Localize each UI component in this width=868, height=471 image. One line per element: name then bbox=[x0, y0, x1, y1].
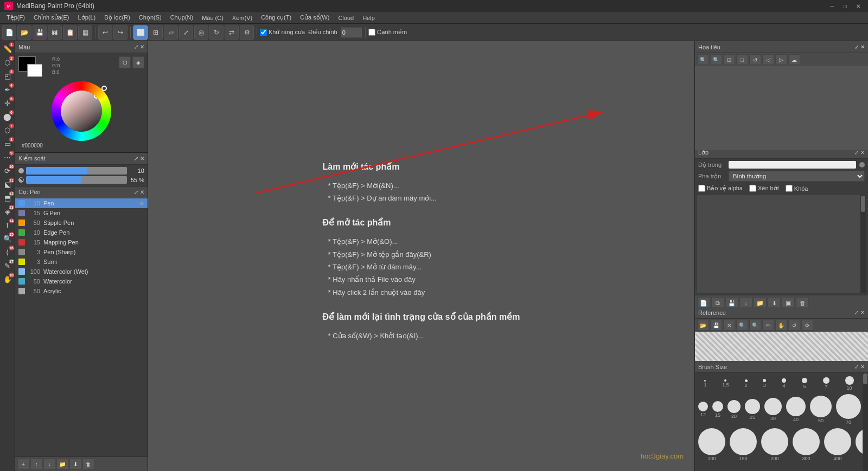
lop-scroll-thumb[interactable] bbox=[861, 196, 865, 212]
tool-bucket[interactable]: ◈ 13 bbox=[1, 205, 14, 218]
color-tool-2[interactable]: ◈ bbox=[132, 56, 144, 68]
tool-select-rect[interactable]: ▭ 8 bbox=[1, 137, 14, 150]
pen-list-item[interactable]: 3 Pen (Sharp) bbox=[15, 247, 148, 257]
brush-size-option[interactable]: 7 bbox=[823, 377, 829, 390]
canvas-area[interactable]: Làm mới tác phẩm * Tệp(&F) > Mới(&N)... … bbox=[148, 41, 694, 471]
brush-size-close[interactable]: ✕ bbox=[860, 364, 865, 370]
brush-opacity-slider[interactable] bbox=[26, 176, 127, 184]
xienbot-check[interactable] bbox=[749, 185, 756, 192]
nav-left[interactable]: ◁ bbox=[762, 54, 774, 65]
pen-list-item[interactable]: 15 Mapping Pen bbox=[15, 237, 148, 247]
pen-panel-icons[interactable]: ⤢ ✕ bbox=[134, 189, 144, 195]
edge-check[interactable] bbox=[368, 29, 375, 36]
brush-size-option[interactable]: 1 bbox=[704, 380, 706, 388]
hoa-tieu-expand[interactable]: ⤢ bbox=[854, 44, 859, 50]
pen-move-down-btn[interactable]: ↓ bbox=[43, 459, 55, 469]
lop-icons[interactable]: ⤢ ✕ bbox=[854, 150, 865, 156]
ref-close2[interactable]: ✕ bbox=[723, 320, 735, 331]
ref-hand[interactable]: ✋ bbox=[775, 320, 787, 331]
brush-size-option[interactable]: 5 bbox=[802, 378, 807, 389]
tool-gradient[interactable]: ⬕ 11 bbox=[1, 178, 14, 191]
menu-capture[interactable]: Chụp(N) bbox=[166, 13, 197, 22]
tool-hand[interactable]: ✋ 18 bbox=[1, 273, 14, 286]
nav-zoom-out[interactable]: 🔍 bbox=[697, 54, 709, 65]
color-panel-close[interactable]: ✕ bbox=[140, 44, 144, 50]
toolbar-select-rect[interactable]: ⬜ bbox=[133, 25, 148, 40]
hoa-tieu-close[interactable]: ✕ bbox=[860, 44, 865, 50]
brush-size-option[interactable]: 40 bbox=[786, 397, 806, 422]
color-panel-expand[interactable]: ⤢ bbox=[134, 44, 138, 50]
color-wheel-container[interactable] bbox=[18, 80, 144, 142]
brush-size-expand[interactable]: ⤢ bbox=[854, 364, 859, 370]
pen-folder-btn[interactable]: 📁 bbox=[56, 459, 68, 469]
tool-select-lasso[interactable]: ⋯ 9 bbox=[1, 151, 14, 164]
menu-cloud[interactable]: Cloud bbox=[334, 14, 358, 22]
color-panel-icons[interactable]: ⤢ ✕ bbox=[134, 44, 144, 50]
brush-size-option[interactable]: 10 bbox=[845, 376, 854, 391]
toolbar-save2[interactable]: 🖬 bbox=[48, 25, 62, 40]
pen-list-item[interactable]: 3 Sumi bbox=[15, 257, 148, 267]
pen-list-item[interactable]: 10 Edge Pen bbox=[15, 228, 148, 237]
blend-mode-select[interactable]: Bình thường bbox=[729, 171, 865, 182]
toolbar-new[interactable]: 📄 bbox=[2, 25, 16, 40]
menu-tools[interactable]: Công cụ(T) bbox=[257, 13, 296, 22]
brush-size-icons[interactable]: ⤢ ✕ bbox=[854, 364, 865, 370]
toolbar-stamp[interactable]: ◎ bbox=[194, 25, 208, 40]
title-bar-controls[interactable]: ─ □ ✕ bbox=[827, 2, 864, 10]
toolbar-undo-hist[interactable]: 📋 bbox=[63, 25, 77, 40]
brush-size-option[interactable]: 100 bbox=[698, 428, 725, 461]
tool-smudge[interactable]: ⬤ 6 bbox=[1, 110, 14, 123]
menu-color[interactable]: Màu (C) bbox=[197, 14, 228, 22]
menu-window[interactable]: Cửa sổ(W) bbox=[296, 13, 334, 22]
pen-panel-close[interactable]: ✕ bbox=[140, 189, 144, 195]
pen-delete-btn[interactable]: 🗑 bbox=[82, 459, 94, 469]
reference-icons[interactable]: ⤢ ✕ bbox=[854, 309, 865, 315]
opacity-slider-layer[interactable] bbox=[729, 161, 856, 169]
alpha-check[interactable] bbox=[698, 185, 705, 192]
nav-cloud[interactable]: ☁ bbox=[788, 54, 800, 65]
brush-size-option[interactable]: 200 bbox=[761, 428, 788, 461]
adjust-input[interactable] bbox=[341, 27, 362, 38]
toolbar-grid[interactable]: ▦ bbox=[78, 25, 92, 40]
menu-file[interactable]: Tệp(F) bbox=[2, 13, 29, 22]
toolbar-settings[interactable]: ⚙ bbox=[240, 25, 254, 40]
color-wheel-inner[interactable] bbox=[61, 91, 102, 132]
pen-list-item[interactable]: 50 Acrylic bbox=[15, 286, 148, 296]
brush-size-option[interactable]: 400 bbox=[824, 428, 851, 461]
toolbar-select-grid[interactable]: ⊞ bbox=[149, 25, 163, 40]
brush-size-option[interactable]: 15 bbox=[712, 401, 723, 418]
toolbar-rotate[interactable]: ↻ bbox=[209, 25, 224, 40]
tool-text[interactable]: T 14 bbox=[1, 218, 14, 231]
color-gradient[interactable] bbox=[61, 91, 102, 132]
bao-ve-alpha[interactable]: Bảo vệ alpha bbox=[698, 185, 743, 192]
tool-transform[interactable]: ⟳ 10 bbox=[1, 164, 14, 177]
brush-size-option[interactable]: 150 bbox=[730, 428, 757, 461]
ref-open[interactable]: 📂 bbox=[697, 320, 709, 331]
pen-import-btn[interactable]: ⬇ bbox=[69, 459, 81, 469]
toolbar-open[interactable]: 📂 bbox=[17, 25, 31, 40]
brush-size-option[interactable]: 4 bbox=[782, 378, 786, 389]
tool-pencil[interactable]: ✎ 17 bbox=[1, 259, 14, 272]
reference-expand[interactable]: ⤢ bbox=[854, 309, 859, 315]
pen-list-item[interactable]: 50 Stipple Pen bbox=[15, 218, 148, 228]
lop-close[interactable]: ✕ bbox=[860, 150, 865, 156]
brush-size-option[interactable]: 70 bbox=[836, 394, 861, 425]
tool-eraser[interactable]: ⬡ 2 bbox=[1, 56, 14, 69]
nav-fit[interactable]: ⊡ bbox=[723, 54, 735, 65]
pen-list-item[interactable]: 15 G Pen bbox=[15, 208, 148, 218]
menu-edit[interactable]: Chỉnh sửa(E) bbox=[29, 13, 74, 22]
toolbar-transform[interactable]: ⤢ bbox=[179, 25, 193, 40]
ref-save[interactable]: 💾 bbox=[710, 320, 722, 331]
tool-eyedrop[interactable]: ⟨ 16 bbox=[1, 246, 14, 259]
minimize-button[interactable]: ─ bbox=[827, 2, 838, 10]
brush-size-option[interactable]: 500 bbox=[856, 428, 863, 461]
ref-zoom-in[interactable]: 🔍 bbox=[749, 320, 761, 331]
color-tool-1[interactable]: ⬡ bbox=[119, 56, 131, 68]
edge-soft-checkbox[interactable]: Cạnh mềm bbox=[368, 29, 407, 36]
pen-panel-expand[interactable]: ⤢ bbox=[134, 189, 138, 195]
tool-color-pick[interactable]: ✒ 4 bbox=[1, 83, 14, 96]
nav-right[interactable]: ▷ bbox=[775, 54, 787, 65]
menu-select[interactable]: Chọn(S) bbox=[135, 13, 166, 22]
tool-fill[interactable]: ◰ 3 bbox=[1, 69, 14, 82]
tool-blur[interactable]: ⬡ 7 bbox=[1, 124, 14, 137]
